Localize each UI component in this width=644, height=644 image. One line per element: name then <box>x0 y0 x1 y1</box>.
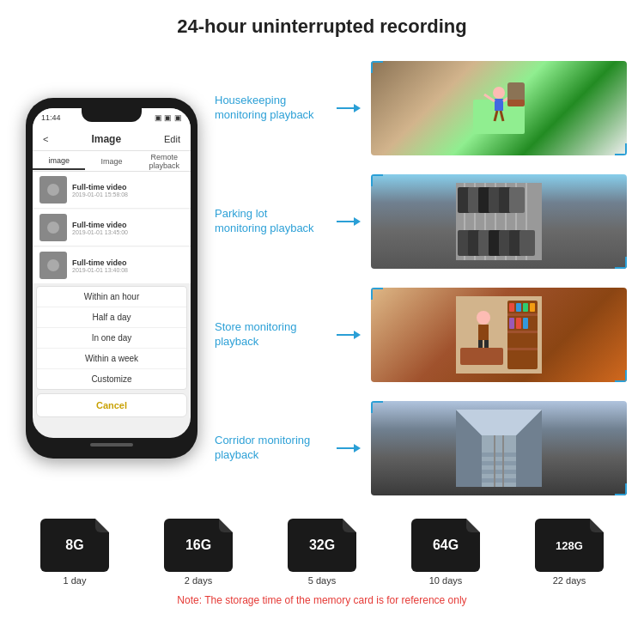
sd-card-32g: 32G <box>288 519 356 572</box>
monitoring-image-housekeeping <box>371 61 627 155</box>
sd-card-16g: 16G <box>164 519 233 572</box>
sd-card-size-128g: 128G <box>556 539 583 552</box>
dropdown-item-week[interactable]: Within a week <box>37 349 186 369</box>
svg-rect-54 <box>482 470 516 474</box>
connector-housekeeping <box>337 104 361 112</box>
svg-rect-40 <box>516 318 521 329</box>
sd-card-size-16g: 16G <box>185 538 211 553</box>
storage-cards: 8G 1 day 16G 2 days 32G 5 days 64G 10 da… <box>13 519 631 586</box>
phone-nav-edit[interactable]: Edit <box>164 134 180 144</box>
storage-card-32g: 32G 5 days <box>288 519 356 586</box>
monitoring-label-housekeeping: Housekeepingmonitoring playback <box>215 94 326 123</box>
list-item-text: Full-time video 2019-01-01 13:45:00 <box>72 221 184 235</box>
main-content: 11:44 ▣ ▣ ▣ < Image Edit image Image Rem… <box>0 46 644 510</box>
svg-rect-33 <box>507 331 538 333</box>
list-item-title: Full-time video <box>72 221 184 229</box>
storage-card-64g: 64G 10 days <box>411 519 480 586</box>
sd-card-days-64g: 10 days <box>429 575 463 586</box>
svg-rect-41 <box>523 318 528 329</box>
corridor-svg <box>456 410 542 487</box>
svg-rect-34 <box>507 348 538 350</box>
list-item-text: Full-time video 2019-01-01 15:58:08 <box>72 183 184 197</box>
svg-rect-35 <box>509 303 514 312</box>
monitoring-label-store: Store monitoringplayback <box>215 320 326 349</box>
page-title: 24-hour uninterrupted recording <box>0 0 644 46</box>
svg-point-1 <box>493 87 505 99</box>
svg-rect-37 <box>523 303 528 312</box>
video-thumbnail <box>39 176 67 204</box>
svg-point-42 <box>477 311 490 325</box>
right-panel: Housekeepingmonitoring playback <box>215 46 627 510</box>
phone-nav-back[interactable]: < <box>43 134 48 144</box>
dropdown-item-oneday[interactable]: In one day <box>37 328 186 349</box>
svg-rect-29 <box>519 230 535 256</box>
phone-screen: 11:44 ▣ ▣ ▣ < Image Edit image Image Rem… <box>33 108 191 438</box>
sd-card-size-8g: 8G <box>65 538 83 553</box>
svg-rect-2 <box>495 99 503 111</box>
phone-dropdown-menu: Within an hour Half a day In one day Wit… <box>36 286 187 390</box>
phone-tab-image2[interactable]: Image <box>85 154 137 169</box>
phone-list: Full-time video 2019-01-01 15:58:08 Full… <box>33 172 191 284</box>
connector-store <box>337 331 361 339</box>
list-item-date: 2019-01-01 13:45:00 <box>72 229 184 235</box>
connector-corridor <box>337 444 361 453</box>
list-item-date: 2019-01-01 15:58:08 <box>72 191 184 197</box>
sd-card-size-32g: 32G <box>309 538 335 553</box>
video-thumbnail <box>39 252 67 279</box>
svg-rect-52 <box>482 453 516 457</box>
phone-home-bar <box>90 443 133 447</box>
sd-card-days-16g: 2 days <box>185 575 212 586</box>
connector-parking <box>337 217 361 226</box>
svg-rect-36 <box>516 303 521 312</box>
phone-tabs: image Image Remote playback <box>33 151 191 172</box>
monitoring-row-store: Store monitoringplayback <box>215 288 627 382</box>
parking-svg <box>456 183 542 260</box>
list-item-text: Full-time video 2019-01-01 13:40:08 <box>72 258 184 273</box>
monitoring-image-store <box>371 288 627 382</box>
list-item-date: 2019-01-01 13:40:08 <box>72 267 184 273</box>
monitoring-row-parking: Parking lotmonitoring playback <box>215 174 627 269</box>
dropdown-cancel-button[interactable]: Cancel <box>36 393 187 417</box>
list-item[interactable]: Full-time video 2019-01-01 13:40:08 <box>33 247 191 284</box>
svg-rect-22 <box>509 187 525 213</box>
phone-nav-title: Image <box>91 133 121 145</box>
phone-nav-bar: < Image Edit <box>33 127 191 151</box>
svg-rect-38 <box>530 303 535 312</box>
storage-card-8g: 8G 1 day <box>40 519 109 586</box>
monitoring-label-corridor: Corridor monitoringplayback <box>215 434 326 463</box>
list-item[interactable]: Full-time video 2019-01-01 13:45:00 <box>33 210 191 246</box>
phone-container: 11:44 ▣ ▣ ▣ < Image Edit image Image Rem… <box>17 46 206 510</box>
housekeeping-svg <box>469 74 529 143</box>
monitoring-image-parking <box>371 174 627 269</box>
sd-card-days-128g: 22 days <box>553 575 586 586</box>
svg-rect-32 <box>507 313 538 316</box>
sd-card-days-32g: 5 days <box>308 575 336 586</box>
sd-card-days-8g: 1 day <box>64 575 87 586</box>
svg-rect-43 <box>478 325 489 340</box>
list-item-title: Full-time video <box>72 258 184 267</box>
storage-card-16g: 16G 2 days <box>164 519 233 586</box>
sd-card-64g: 64G <box>411 519 480 572</box>
monitoring-label-parking: Parking lotmonitoring playback <box>215 207 326 236</box>
sd-card-size-64g: 64G <box>433 538 459 553</box>
dropdown-item-halfday[interactable]: Half a day <box>37 307 186 328</box>
store-svg <box>456 296 542 374</box>
phone-mockup: 11:44 ▣ ▣ ▣ < Image Edit image Image Rem… <box>26 98 197 459</box>
phone-tab-image[interactable]: image <box>33 153 85 170</box>
sd-card-8g: 8G <box>40 519 109 572</box>
phone-time: 11:44 <box>41 113 61 122</box>
list-item[interactable]: Full-time video 2019-01-01 15:58:08 <box>33 172 191 209</box>
svg-rect-8 <box>507 100 525 106</box>
storage-note: Note: The storage time of the memory car… <box>13 591 631 610</box>
dropdown-item-hour[interactable]: Within an hour <box>37 287 186 307</box>
svg-rect-55 <box>482 478 516 483</box>
storage-section: 8G 1 day 16G 2 days 32G 5 days 64G 10 da… <box>0 510 644 614</box>
svg-rect-39 <box>509 318 514 329</box>
phone-tab-remote[interactable]: Remote playback <box>138 149 191 173</box>
monitoring-image-corridor <box>371 401 627 495</box>
svg-rect-53 <box>482 461 516 465</box>
storage-card-128g: 128G 22 days <box>535 519 604 586</box>
video-thumbnail <box>39 214 67 241</box>
dropdown-item-custom[interactable]: Customize <box>37 369 186 389</box>
phone-notch <box>82 108 142 122</box>
